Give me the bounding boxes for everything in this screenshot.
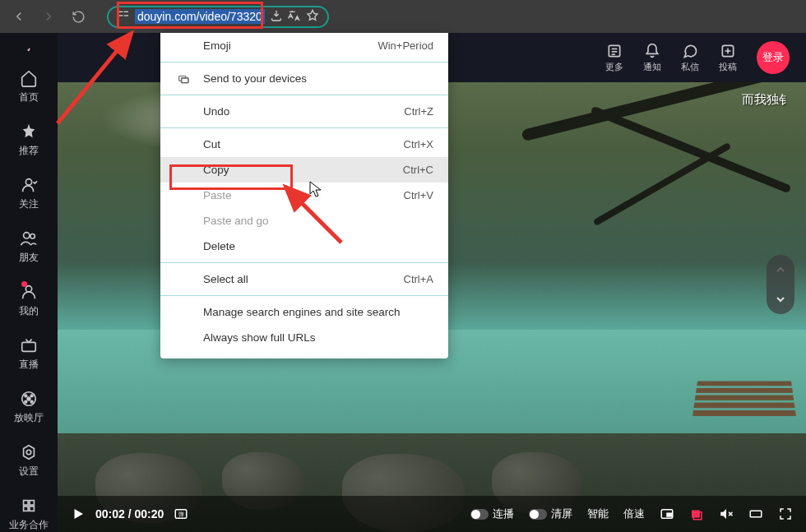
sidebar-item-label: 我的 xyxy=(19,304,39,318)
svg-rect-20 xyxy=(30,507,34,511)
video-caption: 而我独钅 xyxy=(742,92,791,108)
menu-item-send-to-your-devices[interactable]: Send to your devices xyxy=(160,66,448,91)
sidebar-item-cinema[interactable]: 放映厅 xyxy=(14,390,44,425)
login-button[interactable]: 登录 xyxy=(757,41,790,74)
topbar-upload[interactable]: 投稿 xyxy=(719,43,737,73)
menu-separator xyxy=(160,262,448,263)
menu-item-select-all[interactable]: .Select allCtrl+A xyxy=(160,266,448,292)
svg-rect-2 xyxy=(124,11,128,12)
svg-text:弹: 弹 xyxy=(178,511,184,517)
address-bar[interactable]: douyin.com/video/73320 xyxy=(107,6,329,28)
menu-separator xyxy=(160,127,448,128)
svg-rect-38 xyxy=(182,77,188,82)
topbar-more[interactable]: 更多 xyxy=(605,43,623,73)
menu-item-label: Send to your devices xyxy=(203,72,433,85)
sidebar-item-label: 业务合作 xyxy=(9,518,49,532)
menu-item-cut[interactable]: .CutCtrl+X xyxy=(160,132,448,157)
topbar-notifications[interactable]: 通知 xyxy=(643,43,661,73)
svg-rect-19 xyxy=(24,507,28,511)
svg-point-4 xyxy=(25,179,31,185)
topbar-label: 更多 xyxy=(605,61,623,73)
menu-item-manage-search-engines-and-site-search[interactable]: .Manage search engines and site search xyxy=(160,299,448,325)
svg-rect-3 xyxy=(124,15,128,16)
svg-point-6 xyxy=(30,234,35,239)
play-button[interactable] xyxy=(71,507,86,521)
douyin-logo[interactable] xyxy=(17,48,40,51)
sidebar-item-label: 首页 xyxy=(19,90,39,104)
forward-button[interactable] xyxy=(36,4,61,29)
menu-item-label: Always show full URLs xyxy=(203,331,433,344)
back-button[interactable] xyxy=(7,4,31,29)
prev-video-button[interactable] xyxy=(767,255,794,285)
menu-item-undo[interactable]: .UndoCtrl+Z xyxy=(160,99,448,124)
menu-item-label: Delete xyxy=(203,240,433,252)
svg-point-13 xyxy=(25,400,27,403)
sidebar-item-me[interactable]: 我的 xyxy=(19,283,39,318)
context-menu: .EmojiWin+PeriodSend to your devices.Und… xyxy=(160,33,448,359)
svg-point-16 xyxy=(26,450,31,455)
download-icon[interactable] xyxy=(270,9,283,25)
menu-item-label: Undo xyxy=(203,105,404,118)
svg-rect-17 xyxy=(24,501,28,506)
menu-item-copy[interactable]: .CopyCtrl+C xyxy=(160,157,448,183)
bookmark-icon[interactable] xyxy=(306,9,319,25)
pip-icon[interactable] xyxy=(660,507,674,521)
sidebar-item-business[interactable]: 业务合作 xyxy=(9,497,49,532)
speed-button[interactable]: 倍速 xyxy=(623,507,645,521)
menu-separator xyxy=(160,295,448,296)
svg-rect-8 xyxy=(22,342,36,351)
topbar-messages[interactable]: 私信 xyxy=(681,43,699,73)
notification-dot xyxy=(21,281,27,287)
site-settings-icon[interactable] xyxy=(117,9,130,25)
svg-rect-32 xyxy=(692,511,700,518)
sidebar-item-label: 关注 xyxy=(19,197,39,211)
menu-item-shortcut: Ctrl+C xyxy=(403,164,433,176)
sidebar-item-settings[interactable]: 设置 xyxy=(19,443,39,479)
translate-icon[interactable] xyxy=(288,9,301,25)
video-time: 00:02 / 00:20 xyxy=(95,507,164,520)
svg-point-11 xyxy=(25,395,27,397)
danmu-icon[interactable]: 弹 xyxy=(174,507,188,521)
svg-rect-18 xyxy=(30,501,34,506)
sidebar-item-follow[interactable]: 关注 xyxy=(19,176,39,211)
menu-item-delete[interactable]: .Delete xyxy=(160,234,448,259)
menu-item-label: Copy xyxy=(203,164,403,176)
menu-item-label: Emoji xyxy=(203,39,378,52)
fullscreen-icon[interactable] xyxy=(778,507,793,521)
sidebar-item-label: 设置 xyxy=(19,465,39,479)
svg-point-14 xyxy=(30,400,33,403)
menu-item-shortcut: Win+Period xyxy=(378,39,433,52)
menu-item-always-show-full-urls[interactable]: .Always show full URLs xyxy=(160,325,448,350)
quality-button[interactable]: 智能 xyxy=(587,507,609,521)
continuous-play-toggle[interactable]: 连播 xyxy=(470,507,514,521)
svg-point-10 xyxy=(27,397,30,400)
topbar-label: 投稿 xyxy=(719,61,737,73)
svg-rect-0 xyxy=(118,11,123,12)
menu-item-shortcut: Ctrl+V xyxy=(404,189,433,201)
topbar-label: 私信 xyxy=(681,61,699,73)
sidebar-item-recommend[interactable]: 推荐 xyxy=(19,123,39,158)
sidebar-item-label: 朋友 xyxy=(19,251,39,265)
url-text[interactable]: douyin.com/video/73320 xyxy=(135,9,265,24)
menu-item-shortcut: Ctrl+Z xyxy=(404,105,433,118)
wide-icon[interactable] xyxy=(748,507,763,521)
next-video-button[interactable] xyxy=(767,285,794,314)
sidebar-item-friends[interactable]: 朋友 xyxy=(19,229,39,265)
menu-item-label: Paste xyxy=(203,189,404,201)
svg-point-5 xyxy=(24,233,30,238)
svg-rect-31 xyxy=(667,513,671,516)
mute-icon[interactable] xyxy=(719,507,734,521)
svg-marker-15 xyxy=(24,446,35,460)
svg-point-12 xyxy=(30,395,33,397)
sidebar-item-home[interactable]: 首页 xyxy=(19,69,39,104)
menu-item-emoji[interactable]: .EmojiWin+Period xyxy=(160,33,448,58)
sidebar-item-live[interactable]: 直播 xyxy=(19,336,39,372)
sidebar-item-label: 直播 xyxy=(19,358,39,372)
sidebar-item-label: 推荐 xyxy=(19,144,39,158)
menu-item-label: Cut xyxy=(203,138,404,150)
reload-button[interactable] xyxy=(66,4,90,29)
theater-icon[interactable] xyxy=(689,507,704,521)
menu-separator xyxy=(160,95,448,95)
video-scene-pier xyxy=(693,382,797,419)
clear-screen-toggle[interactable]: 清屏 xyxy=(529,507,572,521)
